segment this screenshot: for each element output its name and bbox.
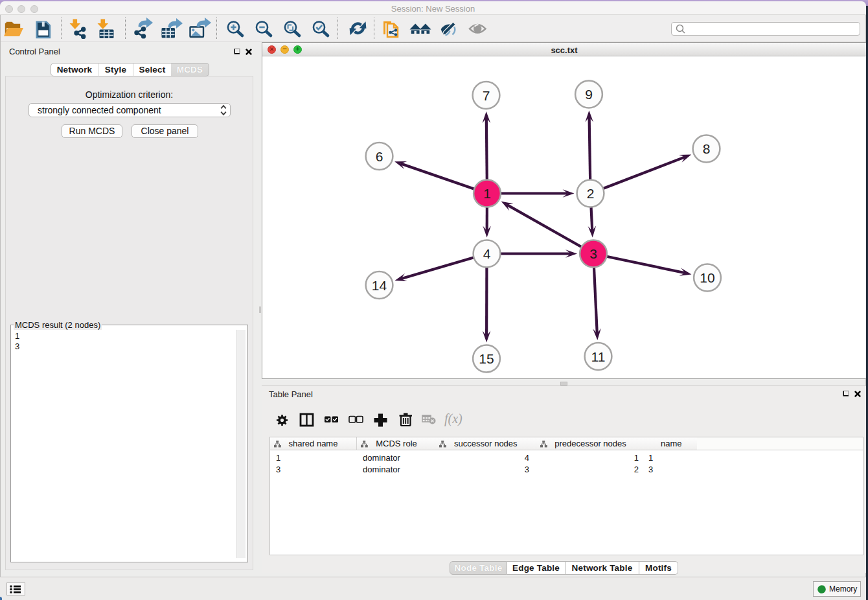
svg-text:1: 1	[483, 186, 491, 201]
svg-text:9: 9	[585, 87, 593, 102]
svg-text:2: 2	[587, 186, 595, 201]
svg-text:15: 15	[479, 351, 494, 366]
svg-text:3: 3	[589, 246, 597, 261]
svg-text:10: 10	[700, 270, 714, 285]
svg-text:7: 7	[483, 88, 490, 103]
svg-text:6: 6	[376, 149, 383, 164]
svg-text:f(x): f(x)	[444, 411, 463, 426]
svg-text:4: 4	[483, 246, 491, 261]
svg-text:14: 14	[372, 278, 387, 293]
svg-text:8: 8	[703, 141, 711, 156]
svg-text:11: 11	[591, 349, 606, 364]
